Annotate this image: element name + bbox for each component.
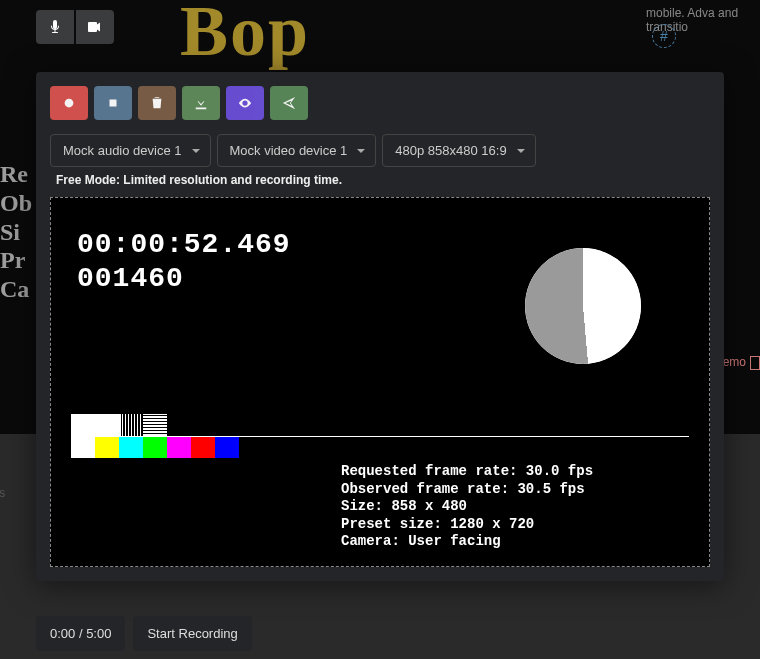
record-button[interactable] — [50, 86, 88, 120]
chevron-down-icon — [517, 149, 525, 153]
audio-device-label: Mock audio device 1 — [63, 143, 182, 158]
colorbar-magenta — [167, 436, 191, 458]
svg-rect-1 — [110, 100, 117, 107]
video-device-label: Mock video device 1 — [230, 143, 348, 158]
chevron-down-icon — [192, 149, 200, 153]
colorbar-white — [71, 436, 95, 458]
chevron-down-icon — [357, 149, 365, 153]
action-toolbar — [50, 86, 710, 120]
bg-logo-text: Bop — [180, 0, 310, 73]
resolution-select[interactable]: 480p 858x480 16:9 — [382, 134, 535, 167]
testcard-white — [95, 414, 119, 436]
trash-icon — [150, 96, 164, 110]
recorder-panel: Mock audio device 1 Mock video device 1 … — [36, 72, 724, 581]
progress-pie-icon — [525, 248, 641, 364]
download-icon — [194, 96, 208, 110]
stop-button[interactable] — [94, 86, 132, 120]
trash-button[interactable] — [138, 86, 176, 120]
timecode-value: 00:00:52.469 — [77, 228, 291, 262]
preview-info-text: Requested frame rate: 30.0 fps Observed … — [341, 463, 593, 551]
testcard-white — [71, 414, 95, 436]
frame-counter: 001460 — [77, 262, 291, 296]
colorbar-red — [191, 436, 215, 458]
colorbar-blue — [215, 436, 239, 458]
colorbar-yellow — [95, 436, 119, 458]
video-preview: 00:00:52.469 001460 Requested frame ra — [50, 197, 710, 567]
horizontal-rule — [71, 436, 689, 437]
preview-button[interactable] — [226, 86, 264, 120]
timecode-overlay: 00:00:52.469 001460 — [77, 228, 291, 295]
audio-device-select[interactable]: Mock audio device 1 — [50, 134, 211, 167]
video-device-select[interactable]: Mock video device 1 — [217, 134, 377, 167]
camera-toggle-button[interactable] — [76, 10, 114, 44]
bottom-controls: 0:00 / 5:00 Start Recording — [36, 616, 252, 651]
hash-icon: # — [652, 24, 676, 48]
testcard-vstripes — [119, 414, 143, 436]
time-counter[interactable]: 0:00 / 5:00 — [36, 616, 125, 651]
bg-side-text: Re Ob Si Pr Ca — [0, 160, 32, 304]
start-recording-button[interactable]: Start Recording — [133, 616, 251, 651]
resolution-label: 480p 858x480 16:9 — [395, 143, 506, 158]
stop-icon — [106, 96, 120, 110]
video-camera-icon — [87, 19, 103, 35]
send-icon — [282, 96, 296, 110]
free-mode-notice: Free Mode: Limited resolution and record… — [56, 173, 710, 187]
eye-icon — [238, 96, 252, 110]
send-button[interactable] — [270, 86, 308, 120]
colorbar-green — [143, 436, 167, 458]
device-selects: Mock audio device 1 Mock video device 1 … — [50, 134, 710, 167]
record-icon — [62, 96, 76, 110]
microphone-toggle-button[interactable] — [36, 10, 74, 44]
testcard-hstripes — [143, 414, 167, 436]
svg-point-0 — [65, 99, 74, 108]
bg-tab-fragment: ts — [0, 486, 5, 500]
colorbar-cyan — [119, 436, 143, 458]
download-button[interactable] — [182, 86, 220, 120]
microphone-icon — [47, 19, 63, 35]
top-device-toggle — [36, 10, 114, 44]
